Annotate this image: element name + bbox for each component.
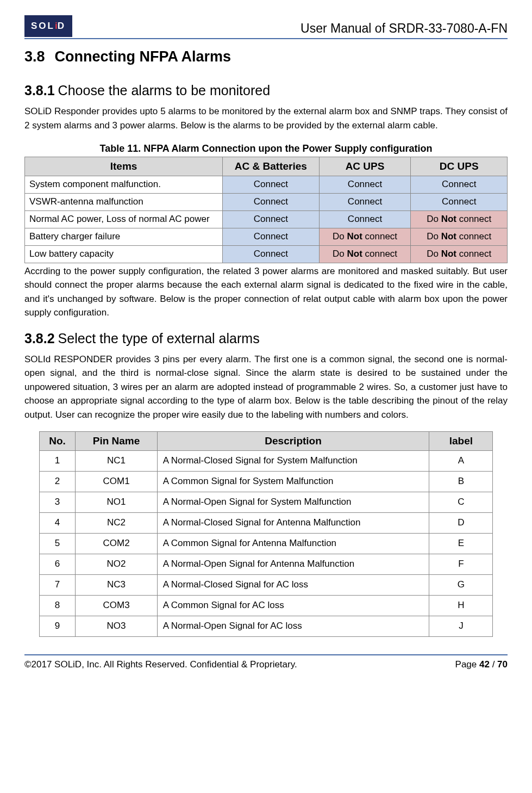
table-row: System component malfunction.ConnectConn…: [25, 176, 508, 194]
subsection-heading-3-8-1: 3.8.1Choose the alarms to be monitored: [24, 82, 508, 100]
cell-label: G: [429, 574, 493, 595]
table-nfpa-alarm-connection: ItemsAC & BatteriesAC UPSDC UPS System c…: [24, 157, 508, 263]
table-pinout: No.Pin NameDescriptionlabel 1NC1A Normal…: [39, 431, 493, 637]
cell-label: J: [429, 616, 493, 636]
cell-item: Battery charger failure: [25, 228, 223, 245]
cell-no: 5: [39, 533, 76, 554]
page-number: Page 42 / 70: [455, 659, 508, 671]
cell-desc: A Common Signal for AC loss: [157, 595, 429, 616]
subsection-title: Select the type of external alarms: [58, 331, 260, 346]
table-row: Low battery capacityConnectDo Not connec…: [25, 245, 508, 263]
cell-no: 7: [39, 574, 76, 595]
cell-status: Connect: [223, 176, 320, 194]
cell-desc: A Normal-Open Signal for AC loss: [157, 616, 429, 636]
subsection-title: Choose the alarms to be monitored: [58, 83, 271, 98]
cell-pin: NC1: [76, 450, 157, 471]
cell-pin: NC3: [76, 574, 157, 595]
cell-status: Do Not connect: [319, 245, 411, 263]
cell-label: A: [429, 450, 493, 471]
cell-desc: A Normal-Closed Signal for System Malfun…: [157, 450, 429, 471]
cell-status: Connect: [223, 228, 320, 245]
cell-status: Do Not connect: [319, 228, 411, 245]
section-number: 3.8: [24, 48, 45, 65]
cell-no: 1: [39, 450, 76, 471]
section-heading: 3.8Connecting NFPA Alarms: [24, 47, 508, 66]
cell-pin: NO1: [76, 492, 157, 512]
table-11-caption: Table 11. NFPA Alarm Connection upon the…: [24, 142, 508, 155]
cell-label: E: [429, 533, 493, 554]
table-row: 4NC2A Normal-Closed Signal for Antenna M…: [39, 512, 493, 533]
cell-pin: COM1: [76, 471, 157, 492]
cell-no: 9: [39, 616, 76, 636]
brand-logo: SOLiD: [24, 15, 72, 37]
cell-desc: A Normal-Open Signal for System Malfunct…: [157, 492, 429, 512]
table-row: 8COM3A Common Signal for AC lossH: [39, 595, 493, 616]
cell-status: Connect: [411, 194, 508, 211]
cell-status: Connect: [411, 176, 508, 194]
cell-item: VSWR-antenna malfunction: [25, 194, 223, 211]
table-row: 2COM1A Common Signal for System Malfunct…: [39, 471, 493, 492]
cell-no: 3: [39, 492, 76, 512]
paragraph-after-table-11: Accrding to the power supply configurati…: [24, 264, 508, 320]
page-header: SOLiD User Manual of SRDR-33-7080-A-FN: [24, 15, 508, 39]
cell-desc: A Common Signal for Antenna Malfunction: [157, 533, 429, 554]
table-header: No.: [39, 432, 76, 451]
cell-status: Connect: [223, 245, 320, 263]
table-header: Description: [157, 432, 429, 451]
cell-pin: COM3: [76, 595, 157, 616]
table-header: DC UPS: [411, 157, 508, 176]
table-row: Battery charger failureConnectDo Not con…: [25, 228, 508, 245]
cell-status: Connect: [223, 194, 320, 211]
table-row: 7NC3A Normal-Closed Signal for AC lossG: [39, 574, 493, 595]
table-header: label: [429, 432, 493, 451]
cell-label: B: [429, 471, 493, 492]
table-row: 9NO3A Normal-Open Signal for AC lossJ: [39, 616, 493, 636]
table-row: 6NO2A Normal-Open Signal for Antenna Mal…: [39, 554, 493, 574]
subsection-number: 3.8.2: [24, 331, 55, 346]
table-header: AC UPS: [319, 157, 411, 176]
table-header: AC & Batteries: [223, 157, 320, 176]
table-row: VSWR-antenna malfunctionConnectConnectCo…: [25, 194, 508, 211]
cell-label: H: [429, 595, 493, 616]
table-header: Pin Name: [76, 432, 157, 451]
cell-desc: A Common Signal for System Malfunction: [157, 471, 429, 492]
cell-no: 6: [39, 554, 76, 574]
cell-desc: A Normal-Closed Signal for Antenna Malfu…: [157, 512, 429, 533]
cell-status: Do Not connect: [411, 211, 508, 228]
page-footer: ©2017 SOLiD, Inc. All Rights Reserved. C…: [24, 654, 508, 671]
cell-status: Connect: [319, 211, 411, 228]
section-title: Connecting NFPA Alarms: [55, 48, 231, 65]
cell-status: Connect: [319, 176, 411, 194]
table-header: Items: [25, 157, 223, 176]
cell-status: Do Not connect: [411, 228, 508, 245]
cell-item: System component malfunction.: [25, 176, 223, 194]
table-row: 3NO1A Normal-Open Signal for System Malf…: [39, 492, 493, 512]
cell-status: Connect: [319, 194, 411, 211]
table-row: Normal AC power, Loss of normal AC power…: [25, 211, 508, 228]
subsection-number: 3.8.1: [24, 83, 55, 98]
table-row: 5COM2A Common Signal for Antenna Malfunc…: [39, 533, 493, 554]
cell-no: 4: [39, 512, 76, 533]
cell-status: Connect: [223, 211, 320, 228]
cell-label: D: [429, 512, 493, 533]
cell-pin: COM2: [76, 533, 157, 554]
cell-desc: A Normal-Closed Signal for AC loss: [157, 574, 429, 595]
copyright-text: ©2017 SOLiD, Inc. All Rights Reserved. C…: [24, 659, 297, 671]
document-title: User Manual of SRDR-33-7080-A-FN: [301, 20, 508, 37]
cell-pin: NO3: [76, 616, 157, 636]
cell-no: 2: [39, 471, 76, 492]
cell-pin: NC2: [76, 512, 157, 533]
cell-label: C: [429, 492, 493, 512]
paragraph-3-8-1: SOLiD Responder provides upto 5 alarms t…: [24, 104, 508, 132]
cell-desc: A Normal-Open Signal for Antenna Malfunc…: [157, 554, 429, 574]
cell-status: Do Not connect: [411, 245, 508, 263]
cell-pin: NO2: [76, 554, 157, 574]
subsection-heading-3-8-2: 3.8.2Select the type of external alarms: [24, 330, 508, 348]
cell-item: Normal AC power, Loss of normal AC power: [25, 211, 223, 228]
cell-item: Low battery capacity: [25, 245, 223, 263]
cell-label: F: [429, 554, 493, 574]
paragraph-3-8-2: SOLId RESPONDER provides 3 pins per ever…: [24, 352, 508, 422]
cell-no: 8: [39, 595, 76, 616]
table-row: 1NC1A Normal-Closed Signal for System Ma…: [39, 450, 493, 471]
